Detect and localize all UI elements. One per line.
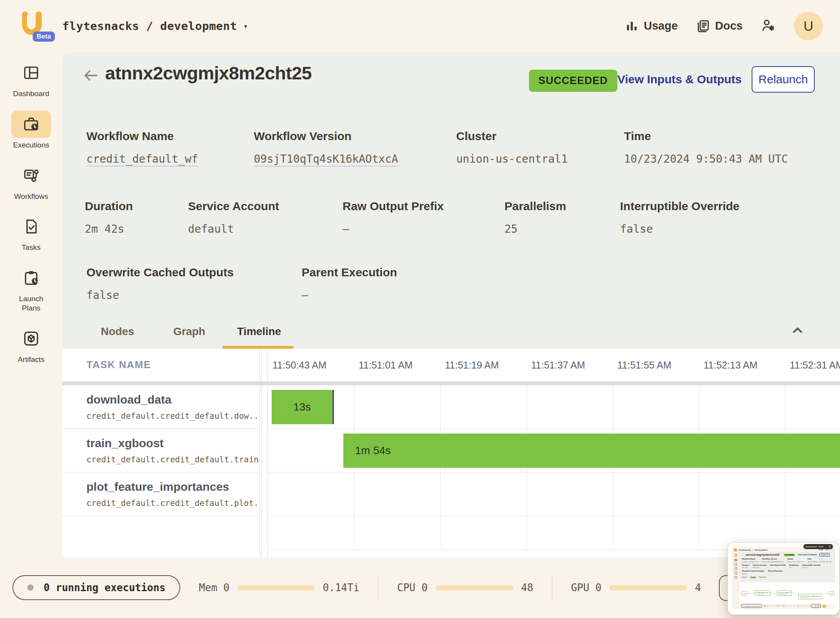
field-overwrite-cached-outputs: Overwrite Cached Outputsfalse [86,266,234,302]
divider [378,576,378,600]
relaunch-button[interactable]: Relaunch [752,66,815,93]
timeline-bar-train_xgboost[interactable]: 1m 54s [343,434,840,468]
field-value: false [620,223,740,235]
sidebar-item-workflows[interactable]: Workflows [11,162,51,201]
breadcrumb[interactable]: flytesnacks / development ▾ [62,19,248,33]
running-executions-pill[interactable]: 0 running executions [12,575,180,600]
pip-field-value: 25 [789,567,799,569]
pip-field-value: 2m 42s [742,567,749,569]
task-row-plot_feature_importances[interactable]: plot_feature_importancescredit_default.c… [62,472,259,516]
workflows-icon [11,162,51,189]
task-list-pane: TASK NAME download_datacredit_default.cr… [62,349,259,557]
meter-label: CPU 0 [397,582,427,593]
pip-field-value: union-us-central1 [787,561,804,563]
avatar-initial: U [803,18,813,34]
user-settings-button[interactable] [761,18,776,35]
pip-field-value: false [802,567,821,569]
pane-splitter[interactable] [260,349,262,557]
sidebar-item-label: Dashboard [13,89,49,98]
avatar[interactable]: U [794,12,823,40]
sidebar-item-dashboard[interactable]: Dashboard [11,59,51,98]
time-tick-label: 11:50:43 AM [272,360,327,371]
meter-label: Mem 0 [199,582,229,593]
field-raw-output-prefix: Raw Output Prefix– [343,200,444,235]
tab-graph[interactable]: Graph [173,325,205,338]
sidebar-item-label: Executions [13,140,49,150]
usage-button[interactable]: Usage [624,19,678,33]
status-bar: 0 running executions Mem 00.14TiCPU 048G… [0,557,840,618]
field-label: Service Account [188,200,279,213]
field-value: – [302,289,397,302]
task-name-header: TASK NAME [86,359,151,371]
pip-field-value: false [742,573,764,575]
pip-field-label: Cluster [787,558,804,560]
chart-row-train_xgboost: 1m 54s [268,429,840,472]
pip-node-name: download_data [756,592,768,593]
execution-header: atnnx2cwgmjx8m2cht25 SUCCEEDED View Inpu… [62,53,840,349]
pip-field-value: – [770,567,786,569]
field-value[interactable]: 09sjT10qTq4sK16kAOtxcA [254,153,398,165]
sidebar: DashboardExecutionsWorkflowsTasksLaunch … [0,59,62,364]
pip-sidebar-icon [735,563,737,566]
task-name: download_data [86,393,251,406]
screen-share-thumbnail[interactable]: flytesnacks / development Usage Docs ← a… [728,543,840,615]
task-row-train_xgboost[interactable]: train_xgboostcredit_default.credit_defau… [62,429,259,472]
pip-field-value: default [753,567,767,569]
docs-button[interactable]: Docs [696,19,743,33]
pip-control-pill[interactable] [803,544,833,549]
meter-mem: Mem 00.14Ti [199,582,359,593]
tab-nodes[interactable]: Nodes [101,325,134,338]
task-subtitle: credit_default.credit_default.dow... [86,411,251,421]
status-dot-icon [27,585,33,591]
task-row-download_data[interactable]: download_datacredit_default.credit_defau… [62,385,259,429]
timeline-section: TASK NAME download_datacredit_default.cr… [62,349,840,557]
meter-track [237,585,315,590]
view-inputs-outputs-link[interactable]: View Inputs & Outputs [617,73,742,86]
field-label: Time [624,130,788,143]
field-value: default [188,223,279,235]
field-cluster: Clusterunion-us-central1 [456,130,568,165]
pip-field-value: credit_default_wf [742,561,759,563]
pip-field-value: 10/23/2024 9:50:43 AM UTC [807,561,832,563]
sidebar-item-launch-plans[interactable]: Launch Plans [10,264,53,313]
pip-field-label: Overwrite Cached Outputs [742,570,764,572]
collapse-panel-button[interactable] [789,322,806,339]
field-value: – [343,223,444,235]
pip-node-subtitle [800,597,808,598]
field-value[interactable]: credit_default_wf [86,153,198,165]
pip-title: atnnx2cwgmjx8m2cht25 [746,553,779,557]
sidebar-item-artifacts[interactable]: Artifacts [11,325,51,364]
meter-track [609,585,687,590]
pip-field-label: Parallelism [789,564,799,566]
pip-sidebar-icon [735,567,737,570]
back-button[interactable] [82,67,100,84]
task-name: plot_feature_importances [86,480,251,493]
chevron-down-icon: ▾ [243,21,248,31]
field-value: union-us-central1 [456,153,568,165]
field-label: Duration [85,200,133,213]
pip-exec-header: ← atnnx2cwgmjx8m2cht25 SUCCEEDED View In… [740,552,835,582]
task-subtitle: credit_default.credit_default.plot... [86,499,251,508]
pip-field-label: Duration [742,564,749,566]
pip-meter: CPU 048 [782,605,795,607]
time-tick-label: 11:52:13 AM [704,360,758,371]
sidebar-item-executions[interactable]: Executions [11,111,51,150]
task-subtitle: credit_default.credit_default.train... [86,455,251,464]
field-service-account: Service Accountdefault [188,200,279,235]
timeline-bar-download_data[interactable]: 13s [272,390,334,424]
field-label: Overwrite Cached Outputs [86,266,234,279]
field-label: Workflow Name [86,130,198,143]
field-value: 2m 42s [85,223,133,235]
pip-meter: Mem 00.14Ti [764,605,780,607]
meter-max: 4 [695,582,701,593]
pip-field-label: Time [807,558,832,560]
sidebar-item-tasks[interactable]: Tasks [11,213,51,252]
pip-union-logo [734,548,737,551]
time-tick-label: 11:51:37 AM [531,360,585,371]
dashboard-icon [11,59,51,86]
sidebar-item-label: Artifacts [18,355,45,364]
tab-timeline[interactable]: Timeline [237,325,281,338]
pip-node-download_data: download_data [754,590,770,596]
running-executions-label: 0 running executions [44,582,165,593]
union-logo[interactable]: Beta [16,10,48,42]
